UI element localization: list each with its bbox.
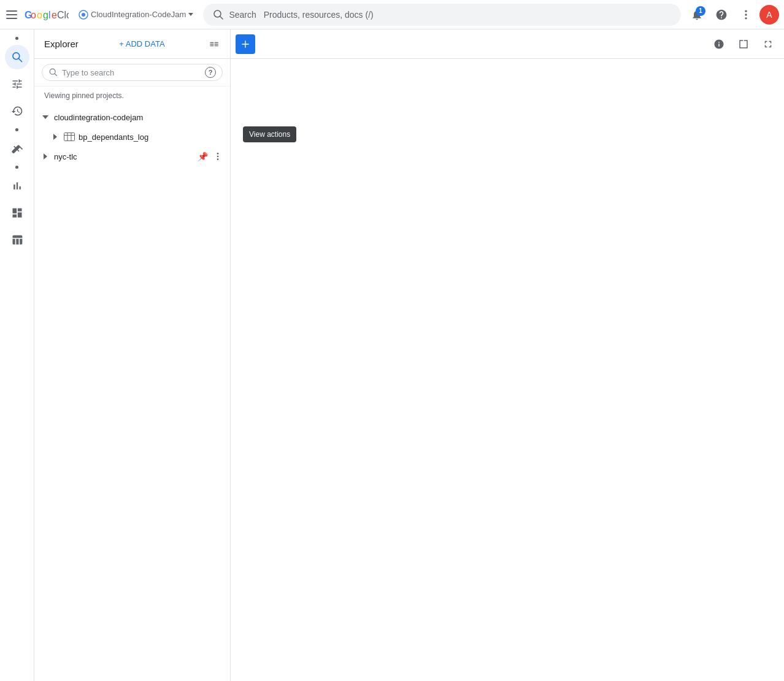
project-icon — [79, 10, 88, 20]
svg-point-29 — [217, 156, 219, 158]
split-view-button[interactable] — [732, 33, 755, 55]
expand-chevron-bp-dependants — [49, 131, 61, 143]
tree-item-bp-dependants-log[interactable]: bp_dependants_log — [34, 127, 230, 147]
help-button[interactable] — [710, 4, 732, 26]
expand-chevron-nyc-tlc — [39, 150, 52, 163]
bar-chart-icon — [11, 180, 23, 192]
svg-point-12 — [745, 13, 747, 15]
sidebar-item-query[interactable] — [5, 45, 29, 69]
search-help-icon[interactable]: ? — [205, 67, 216, 78]
svg-text:e: e — [52, 10, 57, 20]
collapse-icon — [209, 39, 219, 49]
project-name: CloudIntegration-CodeJam — [91, 10, 186, 19]
collapse-explorer-button[interactable] — [206, 36, 223, 53]
explorer-search-wrapper[interactable]: ? — [42, 64, 223, 81]
tree-item-cloudintegration[interactable]: cloudintegration-codejam — [34, 107, 230, 127]
svg-point-19 — [217, 117, 219, 118]
viewing-pinned-text: Viewing pinned projects. — [34, 87, 230, 105]
search-icon — [213, 9, 224, 20]
project-tree: cloudintegration-codejam — [34, 105, 230, 681]
topbar: G o o g l e Cloud CloudIntegration-CodeJ… — [0, 0, 784, 29]
project-actions-nyc-tlc: 📌 — [198, 149, 225, 164]
svg-point-20 — [217, 119, 219, 121]
more-options-button[interactable] — [735, 4, 757, 26]
sidebar-item-data-studio[interactable] — [5, 228, 29, 252]
query-toolbar-right — [708, 33, 779, 55]
notifications-button[interactable]: 1 — [686, 4, 708, 26]
project-name-cloudintegration: cloudintegration-codejam — [52, 113, 210, 122]
notification-badge: 1 — [696, 6, 705, 16]
svg-point-11 — [745, 10, 747, 12]
more-vert-icon — [213, 152, 223, 161]
sidebar-dot-3 — [15, 166, 18, 169]
fullscreen-icon — [763, 39, 774, 50]
svg-point-9 — [214, 10, 221, 17]
sidebar-item-history[interactable] — [5, 99, 29, 123]
svg-point-27 — [217, 139, 219, 140]
search-placeholder-text: Products, resources, docs (/) — [264, 10, 374, 20]
table-chart-icon — [11, 234, 23, 246]
help-icon — [715, 9, 728, 21]
view-actions-tooltip: View actions — [243, 126, 296, 142]
sidebar-item-tools[interactable] — [5, 136, 29, 161]
add-icon — [240, 39, 250, 49]
explorer-search-area: ? — [34, 59, 230, 87]
split-icon — [738, 39, 749, 50]
query-toolbar — [231, 29, 784, 59]
google-cloud-logo: G o o g l e Cloud — [25, 7, 69, 22]
left-icon-sidebar — [0, 29, 34, 681]
query-editor-content — [231, 59, 784, 681]
explorer-resize-handle[interactable] — [228, 29, 230, 681]
svg-text:g: g — [43, 10, 48, 20]
explorer-header: Explorer + ADD DATA — [34, 29, 230, 59]
svg-line-17 — [55, 74, 56, 75]
svg-line-15 — [18, 59, 21, 62]
sidebar-item-dashboard[interactable] — [5, 201, 29, 225]
tune-icon — [11, 78, 23, 90]
global-search-bar[interactable]: Search Products, resources, docs (/) — [203, 4, 681, 26]
explorer-search-input[interactable] — [62, 68, 201, 77]
hamburger-menu-button[interactable] — [5, 7, 20, 22]
dashboard-icon — [11, 207, 23, 219]
svg-point-13 — [745, 17, 747, 19]
three-dot-menu-cloudintegration[interactable] — [210, 110, 225, 125]
svg-point-26 — [217, 136, 219, 138]
svg-point-25 — [217, 133, 219, 135]
svg-text:o: o — [37, 10, 42, 20]
search-icon — [11, 51, 23, 63]
more-vert-icon — [740, 9, 752, 21]
svg-text:o: o — [31, 10, 36, 20]
sidebar-item-tune[interactable] — [5, 72, 29, 96]
query-area — [231, 29, 784, 681]
project-name-nyc-tlc: nyc-tlc — [52, 152, 198, 161]
svg-point-8 — [82, 13, 85, 17]
more-vert-icon — [213, 112, 223, 122]
main-layout: Explorer + ADD DATA ? Viewing pinned pro… — [0, 29, 784, 681]
svg-point-18 — [217, 113, 219, 115]
project-selector[interactable]: CloudIntegration-CodeJam — [74, 7, 198, 22]
three-dot-menu-nyc-tlc[interactable] — [210, 149, 225, 164]
search-small-icon — [48, 67, 58, 77]
svg-line-10 — [220, 17, 223, 19]
info-button[interactable] — [708, 33, 730, 55]
fullscreen-button[interactable] — [757, 33, 779, 55]
more-vert-icon — [213, 132, 223, 142]
svg-point-28 — [217, 153, 219, 155]
explorer-title: Explorer — [44, 39, 79, 49]
three-dot-menu-bp-dependants[interactable] — [210, 129, 225, 144]
sidebar-dot-2 — [15, 128, 18, 131]
info-icon — [713, 39, 724, 50]
topbar-right: 1 A — [686, 4, 779, 26]
add-query-tab-button[interactable] — [236, 34, 255, 54]
add-data-button[interactable]: + ADD DATA — [115, 37, 168, 51]
explorer-panel: Explorer + ADD DATA ? Viewing pinned pro… — [34, 29, 231, 681]
search-label: Search — [229, 10, 256, 20]
sidebar-dot-1 — [15, 37, 18, 40]
add-data-label: + ADD DATA — [119, 39, 164, 48]
pin-icon-nyc-tlc: 📌 — [198, 152, 208, 161]
svg-text:Cloud: Cloud — [57, 10, 69, 20]
google-logo-svg: G o o g l e Cloud — [25, 7, 69, 22]
user-avatar-button[interactable]: A — [759, 5, 779, 25]
tree-item-nyc-tlc[interactable]: nyc-tlc 📌 — [34, 147, 230, 166]
sidebar-item-analytics[interactable] — [5, 174, 29, 198]
